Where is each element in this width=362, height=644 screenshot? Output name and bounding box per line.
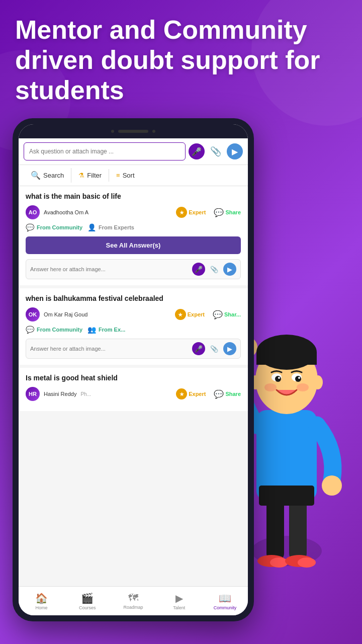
question-meta-3: HR Hasini Reddy Ph... ★ Expert 💬 Share	[26, 387, 241, 401]
user-initials-1: AO	[29, 209, 37, 215]
expert-label-3: Expert	[189, 391, 206, 397]
share-button-2[interactable]: 💬 Shar...	[213, 310, 241, 319]
from-experts-label-2: From Ex...	[99, 327, 125, 333]
share-label-2: Shar...	[224, 311, 241, 317]
share-button-3[interactable]: 💬 Share	[214, 389, 241, 399]
phone-screen: 🎤 📎 ▶ 🔍 Search ⚗ Filter ≡ Sort what is t	[19, 124, 248, 615]
expert-label-2: Expert	[188, 311, 205, 317]
svg-point-21	[313, 375, 323, 389]
share-button-1[interactable]: 💬 Share	[214, 208, 241, 217]
user-avatar-3: HR	[26, 387, 40, 401]
svg-rect-13	[256, 352, 317, 365]
search-label: Search	[43, 172, 64, 179]
sort-button[interactable]: ≡ Sort	[109, 169, 141, 182]
answer-input-1[interactable]	[30, 266, 190, 272]
sort-label: Sort	[123, 172, 135, 179]
whatsapp-icon-2: 💬	[213, 310, 223, 319]
share-label-3: Share	[225, 391, 241, 397]
svg-rect-25	[259, 486, 314, 506]
expert-badge-2[interactable]: ★ Expert	[175, 309, 205, 320]
community-nav-icon: 📖	[219, 592, 231, 604]
attach-button[interactable]: 📎	[208, 143, 224, 159]
community-icon-1: 💬	[26, 223, 34, 231]
source-row-2: 💬 From Community 👥 From Ex...	[26, 326, 241, 334]
answer-input-row-1: 🎤 📎 ▶	[26, 259, 241, 279]
user-initials-2: OK	[29, 311, 37, 317]
question-meta-2: OK Om Kar Raj Goud ★ Expert 💬 Shar...	[26, 307, 241, 321]
nav-roadmap[interactable]: 🗺 Roadmap	[110, 587, 156, 615]
answer-send-btn-1[interactable]: ▶	[223, 263, 236, 276]
nav-home[interactable]: 🏠 Home	[19, 587, 64, 615]
community-label: Community	[214, 605, 237, 610]
expert-icon-2: ★	[175, 309, 186, 320]
answer-mic-btn-1[interactable]: 🎤	[192, 263, 205, 276]
answer-input-row-2: 🎤 📎 ▶	[26, 339, 241, 359]
community-icon-2: 💬	[26, 326, 34, 334]
question-meta-1: AO Avadhootha Om A ★ Expert 💬 Share	[26, 205, 241, 219]
user-avatar-1: AO	[26, 205, 40, 219]
whatsapp-icon-3: 💬	[214, 389, 224, 399]
roadmap-icon: 🗺	[128, 592, 138, 604]
question-card-3: Is metal is good heat shield HR Hasini R…	[19, 368, 248, 411]
filter-button[interactable]: ⚗ Filter	[71, 169, 109, 182]
talent-label: Talent	[173, 605, 185, 610]
experts-icon-2: 👥	[87, 326, 96, 334]
action-bar: 🔍 Search ⚗ Filter ≡ Sort	[19, 165, 248, 186]
from-community-btn-1[interactable]: 💬 From Community	[26, 223, 82, 231]
from-experts-label-1: From Experts	[99, 224, 134, 230]
question-title-2: when is balhukamma festival celebraaled	[26, 294, 241, 302]
notch-dot-1	[111, 130, 114, 133]
svg-point-6	[298, 557, 316, 568]
user-name-2: Om Kar Raj Goud	[44, 311, 87, 317]
courses-label: Courses	[79, 605, 96, 610]
search-button[interactable]: 🔍 Search	[24, 168, 71, 183]
expert-badge-3[interactable]: ★ Expert	[176, 388, 206, 399]
search-icon: 🔍	[31, 171, 41, 180]
from-experts-btn-1[interactable]: 👤 From Experts	[87, 223, 134, 231]
from-experts-btn-2[interactable]: 👥 From Ex...	[87, 326, 125, 334]
mic-button[interactable]: 🎤	[189, 143, 205, 159]
nav-talent[interactable]: ▶ Talent	[156, 587, 202, 615]
source-row-1: 💬 From Community 👤 From Experts	[26, 223, 241, 231]
notch-speaker	[118, 130, 148, 133]
svg-point-4	[270, 557, 288, 568]
question-title-1: what is the main basic of life	[26, 192, 241, 200]
svg-point-16	[275, 376, 281, 382]
talent-icon: ▶	[175, 592, 183, 604]
user-name-3: Hasini Reddy	[44, 391, 76, 397]
answer-attach-btn-2[interactable]: 📎	[208, 342, 221, 355]
experts-icon-1: 👤	[87, 223, 96, 231]
sort-icon: ≡	[116, 172, 120, 179]
user-avatar-2: OK	[26, 307, 40, 321]
send-button[interactable]: ▶	[227, 143, 243, 159]
ask-question-input[interactable]	[24, 142, 186, 160]
user-name-1: Avadhootha Om A	[44, 209, 88, 215]
from-community-btn-2[interactable]: 💬 From Community	[26, 326, 82, 334]
question-card-2: when is balhukamma festival celebraaled …	[19, 288, 248, 365]
answer-send-btn-2[interactable]: ▶	[223, 342, 236, 355]
answer-attach-btn-1[interactable]: 📎	[208, 263, 221, 276]
svg-point-10	[322, 475, 342, 496]
svg-point-18	[278, 377, 280, 379]
home-label: Home	[36, 605, 48, 610]
expert-badge-1[interactable]: ★ Expert	[176, 207, 206, 218]
home-icon: 🏠	[35, 592, 48, 604]
nav-courses[interactable]: 🎬 Courses	[64, 587, 110, 615]
from-community-label-2: From Community	[37, 327, 82, 333]
expert-icon-3: ★	[176, 388, 187, 399]
share-label-1: Share	[225, 209, 241, 215]
hero-section: Mentor and Community driven doubt suppor…	[15, 15, 347, 105]
answer-input-2[interactable]	[30, 346, 190, 352]
answer-mic-btn-2[interactable]: 🎤	[192, 342, 205, 355]
svg-point-24	[297, 383, 309, 391]
phone-notch	[19, 124, 248, 138]
user-suffix-3: Ph...	[80, 391, 91, 397]
filter-icon: ⚗	[78, 172, 84, 179]
nav-community[interactable]: 📖 Community	[202, 587, 248, 615]
whatsapp-icon-1: 💬	[214, 208, 224, 217]
expert-label-1: Expert	[189, 209, 206, 215]
hero-title: Mentor and Community driven doubt suppor…	[15, 15, 347, 105]
svg-point-23	[264, 383, 277, 391]
from-community-label-1: From Community	[37, 224, 82, 230]
see-all-answers-btn-1[interactable]: See All Answer(s)	[26, 236, 241, 254]
